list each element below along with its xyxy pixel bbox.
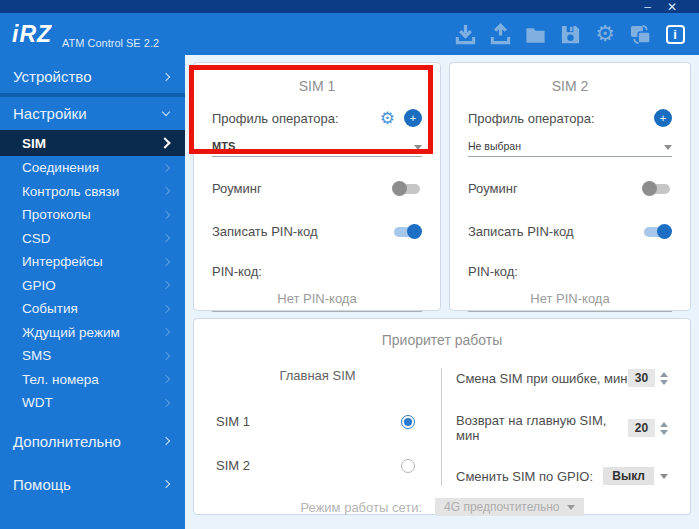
sim1-pin-label: PIN-код: (212, 264, 422, 279)
sidebar-item-label: SIM (22, 136, 46, 151)
dropdown-caret-icon (567, 505, 575, 510)
sim-switch-error-label: Смена SIM при ошибке, мин (456, 371, 627, 386)
chevron-right-icon (162, 375, 170, 383)
sidebar-item-sms[interactable]: SMS (0, 344, 185, 368)
spinner-arrows[interactable] (660, 422, 668, 435)
chevron-right-icon (162, 437, 170, 445)
sim1-operator-value: MTS (212, 140, 235, 152)
add-profile-button[interactable] (654, 109, 672, 127)
spinner-up-icon (660, 422, 668, 427)
toggle-knob (657, 224, 672, 239)
sidebar-item-label: GPIO (22, 278, 56, 293)
sidebar-item-label: Ждущий режим (22, 325, 120, 340)
network-mode-select: 4G предпочтительно (435, 498, 583, 516)
priority-title: Приоритет работы (194, 332, 690, 348)
sim-switch-error-spinner[interactable]: 30 (628, 369, 655, 387)
sidebar-item-help[interactable]: Помощь (0, 468, 185, 501)
sim1-pin-input[interactable] (212, 291, 422, 312)
sim2-write-pin-toggle[interactable] (644, 227, 670, 237)
sim1-panel: SIM 1 Профиль оператора: MTS Роуминг Зап… (193, 62, 441, 311)
sidebar-item-wdt[interactable]: WDT (0, 391, 185, 415)
spinner-up-icon (660, 372, 668, 377)
sidebar-item-label: Устройство (13, 68, 91, 85)
chevron-right-icon (162, 328, 170, 336)
sim2-roaming-toggle[interactable] (644, 184, 670, 194)
spinner-down-icon (660, 380, 668, 385)
sim2-roaming-label: Роуминг (468, 181, 518, 196)
sim2-radio[interactable] (401, 459, 415, 473)
sim2-pin-label: PIN-код: (468, 264, 672, 279)
sidebar-item-label: WDT (22, 395, 53, 410)
info-icon[interactable] (663, 22, 687, 46)
sim1-write-pin-label: Записать PIN-код (212, 224, 318, 239)
settings-gear-icon[interactable] (593, 22, 617, 46)
chevron-right-icon (162, 187, 170, 195)
chevron-right-icon (162, 399, 170, 407)
sim1-roaming-toggle[interactable] (394, 184, 420, 194)
minimize-button[interactable]: – (644, 2, 651, 12)
sidebar-item-label: Интерфейсы (22, 254, 103, 269)
sidebar-item-phone-numbers[interactable]: Тел. номера (0, 368, 185, 392)
sidebar-item-sim[interactable]: SIM (0, 130, 185, 156)
sim1-operator-dropdown[interactable]: MTS (212, 140, 422, 157)
sidebar-item-device[interactable]: Устройство (0, 60, 185, 93)
close-button[interactable]: ✕ (667, 2, 677, 12)
chevron-right-icon (162, 234, 170, 242)
chevron-right-icon (159, 137, 170, 148)
sidebar-item-csd[interactable]: CSD (0, 227, 185, 251)
return-main-sim-spinner[interactable]: 20 (628, 419, 655, 437)
sidebar-item-label: Помощь (13, 476, 71, 493)
upload-icon[interactable] (488, 22, 512, 46)
header-toolbar (453, 22, 687, 46)
switch-sim-gpio-value: Выкл (603, 467, 654, 485)
priority-panel: Приоритет работы Главная SIM SIM 1 SIM 2… (193, 318, 691, 515)
sidebar-item-additional[interactable]: Дополнительно (0, 425, 185, 458)
sidebar-spacer (0, 415, 185, 425)
sim1-title: SIM 1 (212, 78, 422, 94)
sim2-operator-dropdown[interactable]: Не выбран (468, 140, 672, 157)
sidebar-item-label: CSD (22, 231, 51, 246)
sidebar-item-interfaces[interactable]: Интерфейсы (0, 250, 185, 274)
download-icon[interactable] (453, 22, 477, 46)
sidebar-spacer (0, 458, 185, 468)
sim1-write-pin-toggle[interactable] (394, 227, 420, 237)
sim2-pin-input[interactable] (468, 291, 672, 312)
sim1-radio[interactable] (401, 415, 415, 429)
sidebar-item-connections[interactable]: Соединения (0, 156, 185, 180)
sidebar-item-label: Тел. номера (22, 372, 99, 387)
spinner-down-icon (660, 430, 668, 435)
sidebar-item-label: SMS (22, 348, 51, 363)
sidebar-item-standby[interactable]: Ждущий режим (0, 321, 185, 345)
sim1-roaming-label: Роуминг (212, 181, 262, 196)
chevron-right-icon (162, 258, 170, 266)
profile-settings-gear-icon[interactable] (380, 110, 395, 127)
sidebar-item-events[interactable]: События (0, 297, 185, 321)
main-sim-heading: Главная SIM (194, 368, 441, 383)
toggle-knob (392, 181, 407, 196)
save-icon[interactable] (558, 22, 582, 46)
sidebar-item-gpio[interactable]: GPIO (0, 274, 185, 298)
switch-sim-gpio-select[interactable]: Выкл (603, 467, 668, 485)
sidebar-item-label: Контроль связи (22, 184, 119, 199)
sidebar-item-label: Дополнительно (13, 433, 121, 450)
sim2-operator-profile-label: Профиль оператора: (468, 111, 654, 126)
dropdown-caret-icon (660, 474, 668, 479)
window-titlebar: – ✕ (0, 0, 699, 13)
dropdown-caret-icon (664, 145, 672, 150)
open-folder-icon[interactable] (523, 22, 547, 46)
sidebar-item-label: Настройки (13, 105, 87, 122)
sidebar-item-protocols[interactable]: Протоколы (0, 203, 185, 227)
add-profile-button[interactable] (404, 109, 422, 127)
language-switch-icon[interactable] (628, 22, 652, 46)
switch-sim-gpio-label: Сменить SIM по GPIO: (456, 469, 593, 484)
sidebar-item-link-control[interactable]: Контроль связи (0, 180, 185, 204)
app-header: iRZ ATM Control SE 2.2 (0, 13, 699, 55)
chevron-right-icon (162, 164, 170, 172)
sidebar-item-settings[interactable]: Настройки (0, 97, 185, 130)
chevron-right-icon (162, 480, 170, 488)
irz-logo: iRZ (12, 23, 52, 46)
toggle-knob (407, 224, 422, 239)
main-content: SIM 1 Профиль оператора: MTS Роуминг Зап… (185, 55, 699, 529)
chevron-right-icon (162, 72, 170, 80)
spinner-arrows[interactable] (660, 372, 668, 385)
